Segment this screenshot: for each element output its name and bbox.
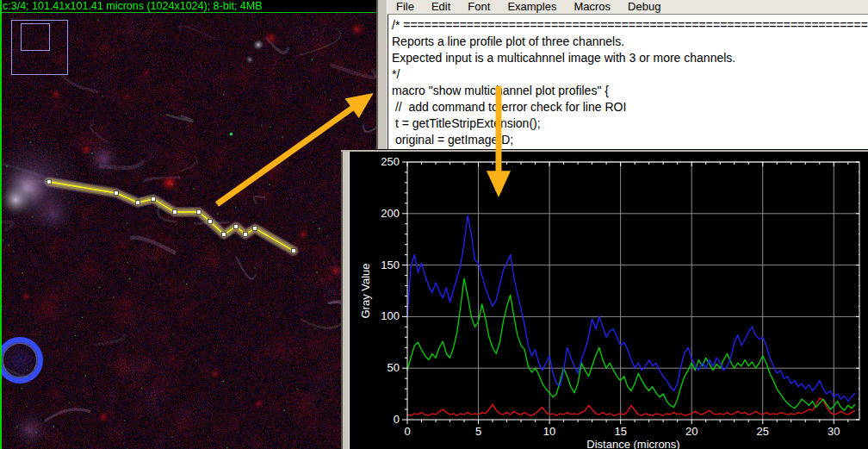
code-line: macro "show multichannel plot profiles" … bbox=[392, 83, 868, 99]
y-axis-title: Gray Value bbox=[359, 263, 372, 318]
multichannel-profile-plot: 051015202530050100150200250Distance (mic… bbox=[350, 152, 865, 449]
editor-menu-bar: FileEditFontExamplesMacrosDebug bbox=[388, 0, 868, 15]
code-line: Expected input is a multicahnnel image w… bbox=[392, 50, 868, 66]
code-line: /* =====================================… bbox=[392, 17, 868, 34]
code-line: */ bbox=[392, 66, 868, 83]
x-axis-title: Distance (microns) bbox=[586, 438, 679, 449]
y-tick-label: 100 bbox=[381, 309, 400, 322]
code-line: t = getTitleStripExtension(); bbox=[392, 115, 868, 132]
active-window-border-top bbox=[0, 12, 376, 13]
code-line: // add command to error check for line R… bbox=[392, 99, 868, 115]
editor-window-left-border bbox=[376, 0, 388, 149]
y-tick-label: 50 bbox=[388, 361, 400, 374]
plot-window-left-border bbox=[341, 150, 350, 449]
fluorescence-image-canvas[interactable] bbox=[0, 12, 376, 449]
menu-item-debug[interactable]: Debug bbox=[619, 0, 669, 14]
menu-item-edit[interactable]: Edit bbox=[423, 0, 459, 14]
x-tick-label: 0 bbox=[404, 425, 410, 438]
macro-editor-window[interactable]: FileEditFontExamplesMacrosDebug /* =====… bbox=[376, 0, 868, 149]
x-tick-label: 10 bbox=[543, 425, 555, 438]
x-tick-label: 5 bbox=[475, 425, 481, 438]
selection-rect-inner[interactable] bbox=[21, 23, 50, 51]
menu-item-macros[interactable]: Macros bbox=[565, 0, 619, 14]
y-tick-label: 150 bbox=[381, 259, 400, 271]
plot-profile-window[interactable]: 051015202530050100150200250Distance (mic… bbox=[341, 150, 868, 449]
y-tick-label: 200 bbox=[381, 207, 400, 220]
y-tick-label: 250 bbox=[381, 155, 400, 168]
plot-background bbox=[350, 152, 865, 449]
menu-item-font[interactable]: Font bbox=[459, 0, 499, 14]
x-tick-label: 20 bbox=[685, 425, 698, 438]
x-tick-label: 25 bbox=[757, 425, 769, 438]
menu-item-examples[interactable]: Examples bbox=[499, 0, 565, 14]
x-tick-label: 30 bbox=[828, 425, 840, 438]
y-tick-label: 0 bbox=[394, 413, 400, 426]
macro-code-area[interactable]: /* =====================================… bbox=[388, 15, 868, 149]
menu-item-file[interactable]: File bbox=[388, 0, 423, 14]
image-status-text: c:3/4; 101.41x101.41 microns (1024x1024)… bbox=[3, 0, 263, 12]
code-line: Reports a line profile plot of three cha… bbox=[392, 34, 868, 50]
x-tick-label: 15 bbox=[614, 425, 626, 438]
active-window-border-left bbox=[0, 0, 2, 449]
screen: c:3/4; 101.41x101.41 microns (1024x1024)… bbox=[0, 0, 868, 449]
microscopy-image-window[interactable]: c:3/4; 101.41x101.41 microns (1024x1024)… bbox=[0, 0, 376, 449]
code-line: original = getImageID; bbox=[392, 132, 868, 148]
